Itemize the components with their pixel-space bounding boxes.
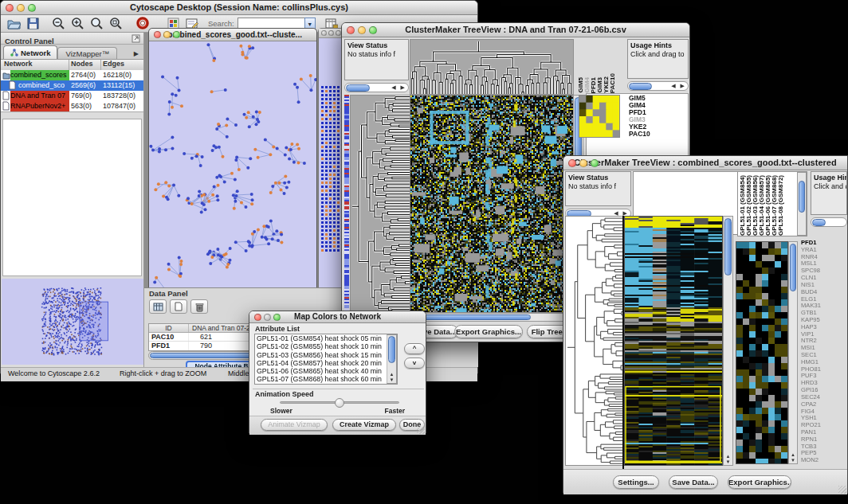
network-overview-thumbnail[interactable] bbox=[2, 279, 143, 365]
tv1-row-dendrogram[interactable] bbox=[350, 95, 410, 313]
tab-overflow-arrow[interactable]: ▶ bbox=[134, 50, 142, 59]
tv1-column-dendrogram[interactable] bbox=[410, 39, 574, 95]
scrollbar-arrows[interactable]: ▲▼ bbox=[789, 452, 797, 463]
attribute-list-scrollbar[interactable]: ▲▼ bbox=[387, 334, 397, 384]
faster-label: Faster bbox=[384, 407, 405, 415]
network-window-titlebar[interactable]: combined_scores_good.txt--cluste... bbox=[149, 29, 316, 41]
zoom-in-icon[interactable] bbox=[68, 16, 87, 32]
animation-speed-slider[interactable] bbox=[280, 401, 399, 404]
move-down-button[interactable]: v bbox=[404, 357, 425, 369]
create-vizmap-button[interactable]: Create Vizmap bbox=[332, 419, 396, 431]
save-icon[interactable] bbox=[23, 16, 42, 32]
scrollbar-thumb[interactable] bbox=[799, 181, 805, 213]
scrollbar-thumb[interactable] bbox=[629, 83, 652, 90]
network-nodes: 769(0) bbox=[69, 91, 101, 101]
tv1-hints-scrollbar[interactable]: ◀ ▶ bbox=[627, 81, 689, 91]
attribute-item[interactable]: GPL51-06 (GSM865) heat shock 40 min bbox=[255, 367, 397, 375]
tv2-save-data-button[interactable]: Save Data... bbox=[669, 475, 718, 489]
delete-trash-icon[interactable] bbox=[190, 299, 208, 314]
minimize-button[interactable] bbox=[17, 4, 25, 12]
main-window-title: Cytoscape Desktop (Session Name: collins… bbox=[130, 2, 348, 12]
tv1-export-graphics-button[interactable]: Export Graphics... bbox=[454, 325, 523, 338]
tv1-status-scrollbar[interactable]: ◀ ▶ bbox=[344, 83, 409, 92]
scrollbar-arrows[interactable]: ◀ ▶ bbox=[671, 83, 686, 89]
close-button[interactable] bbox=[568, 159, 576, 167]
attribute-item[interactable]: GPL51-01 (GSM854) heat shock 05 min bbox=[255, 334, 397, 342]
animate-vizmap-button[interactable]: Animate Vizmap bbox=[261, 419, 328, 431]
tv2-settings-button[interactable]: Settings... bbox=[613, 475, 659, 489]
col-header-edges[interactable]: Edges bbox=[101, 60, 143, 70]
tv2-hints-scrollbar[interactable] bbox=[811, 217, 847, 227]
minimize-button[interactable] bbox=[163, 31, 171, 38]
dialog-titlebar[interactable]: Map Colors to Network bbox=[249, 311, 426, 323]
close-button[interactable] bbox=[154, 31, 161, 38]
slower-label: Slower bbox=[270, 407, 292, 415]
tv2-row-dendrogram[interactable] bbox=[565, 216, 624, 466]
network-row-selected[interactable]: combined_sco 2569(6) 13112(15) bbox=[1, 80, 143, 91]
network-row[interactable]: RNAPuberNov2+ 563(0) 107847(0) bbox=[1, 101, 143, 111]
zoom-out-icon[interactable] bbox=[49, 16, 68, 32]
attribute-item[interactable]: GPL51-04 (GSM857) heat shock 20 min bbox=[255, 359, 397, 367]
slider-thumb[interactable] bbox=[335, 398, 344, 408]
minimize-button[interactable] bbox=[328, 30, 334, 36]
scrollbar-thumb[interactable] bbox=[812, 219, 826, 226]
treeview1-titlebar[interactable]: ClusterMaker TreeView : DNA and Tran 07-… bbox=[342, 23, 689, 37]
tv1-main-heatmap[interactable] bbox=[410, 95, 574, 313]
minimize-button[interactable] bbox=[579, 159, 587, 167]
network-nodes: 563(0) bbox=[69, 101, 101, 111]
data-col-id[interactable]: ID bbox=[149, 324, 189, 332]
zoom-fit-icon[interactable] bbox=[87, 16, 106, 32]
open-file-icon[interactable] bbox=[4, 16, 23, 32]
scrollbar-thumb[interactable] bbox=[388, 336, 395, 363]
table-grid-icon[interactable] bbox=[149, 299, 167, 314]
scrollbar-thumb[interactable] bbox=[724, 218, 732, 275]
float-panel-icon[interactable] bbox=[132, 34, 140, 43]
network-canvas[interactable] bbox=[149, 41, 316, 296]
move-up-button[interactable]: ^ bbox=[404, 343, 425, 354]
network-row[interactable]: DNA and Tran 07 769(0) 183728(0) bbox=[1, 91, 143, 101]
tv2-heatmap-vscrollbar[interactable]: ▲▼ bbox=[723, 216, 733, 466]
zoom-button[interactable] bbox=[173, 31, 180, 38]
tv2-collabel-scrollbar[interactable] bbox=[797, 172, 807, 236]
zoom-button[interactable] bbox=[336, 30, 341, 36]
tv2-export-graphics-button[interactable]: Export Graphics... bbox=[728, 475, 791, 489]
resize-grip[interactable] bbox=[838, 486, 846, 494]
tv1-heatmap-hscrollbar[interactable] bbox=[410, 313, 572, 322]
treeview2-titlebar[interactable]: ClusterMaker TreeView : combined_scores_… bbox=[563, 156, 847, 170]
main-titlebar[interactable]: Cytoscape Desktop (Session Name: collins… bbox=[1, 1, 477, 15]
new-attribute-icon[interactable] bbox=[170, 299, 187, 314]
scrollbar-thumb[interactable] bbox=[790, 244, 796, 291]
close-button[interactable] bbox=[6, 4, 14, 12]
zoom-selected-icon[interactable] bbox=[106, 16, 125, 32]
tv2-main-heatmap[interactable] bbox=[624, 216, 723, 466]
minimize-button[interactable] bbox=[358, 26, 366, 34]
col-header-network[interactable]: Network bbox=[1, 60, 69, 70]
minimize-button[interactable] bbox=[264, 314, 271, 321]
zoom-button[interactable] bbox=[591, 159, 599, 167]
zoom-button[interactable] bbox=[369, 26, 377, 34]
scrollbar-thumb[interactable] bbox=[411, 315, 531, 320]
attribute-item[interactable]: GPL51-07 (GSM868) heat shock 60 min bbox=[255, 375, 397, 383]
attribute-item[interactable]: GPL51-02 (GSM855) heat shock 10 min bbox=[255, 342, 397, 350]
close-button[interactable] bbox=[347, 26, 355, 34]
scrollbar-arrows[interactable]: ▲▼ bbox=[387, 372, 396, 383]
network-row[interactable]: combined_scores 2764(0) 16218(0) bbox=[1, 70, 143, 80]
close-button[interactable] bbox=[321, 30, 327, 36]
tab-vizmapper[interactable]: VizMapper™ bbox=[57, 47, 117, 59]
network-tab-icon bbox=[10, 49, 18, 57]
scrollbar-thumb[interactable] bbox=[346, 84, 370, 92]
resize-grip[interactable] bbox=[417, 426, 425, 434]
zoom-button[interactable] bbox=[28, 4, 36, 12]
close-button[interactable] bbox=[254, 314, 261, 321]
tab-network[interactable]: Network bbox=[3, 45, 57, 59]
col-header-nodes[interactable]: Nodes bbox=[69, 60, 101, 70]
tv2-zoom-vscrollbar[interactable]: ▲▼ bbox=[788, 241, 798, 464]
tv1-zoomed-heatmap[interactable] bbox=[579, 95, 620, 138]
scrollbar-arrows[interactable]: ▲▼ bbox=[724, 454, 732, 465]
tv2-zoomed-heatmap[interactable] bbox=[736, 241, 788, 464]
attribute-item[interactable]: GPL51-03 (GSM856) heat shock 15 min bbox=[255, 351, 397, 359]
scrollbar-arrows[interactable]: ◀ ▶ bbox=[391, 84, 406, 91]
tab-vizmapper-label: VizMapper™ bbox=[65, 49, 109, 58]
network-tree-empty-area bbox=[2, 119, 142, 276]
zoom-button[interactable] bbox=[273, 314, 281, 321]
